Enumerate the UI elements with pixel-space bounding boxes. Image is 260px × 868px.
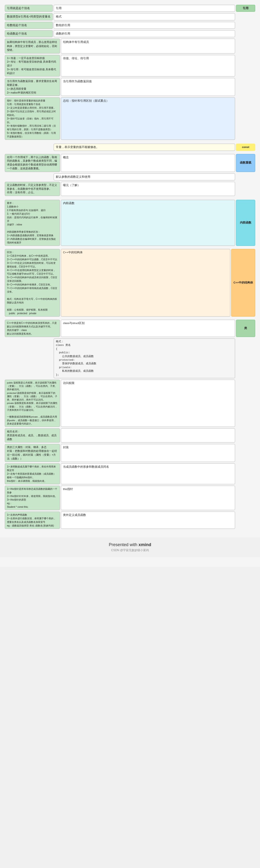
right-const: const [236,144,255,151]
left-inline: 要求：1.函数体小2.不能有类似的语句 比如循环、递归3. 一般代码不超过5行目… [5,200,60,246]
spacer-class-7r [236,486,255,510]
left-class-1: C++中类是有C++中的结构体演变而来的，只是默认访问权限和继承方式以及关键字不… [5,320,60,337]
spacer-class-8r [236,512,255,529]
quote-rows: 引用就是起个别名 引用 引用 数据类型&引用名=同类型的变量名 格式 给数组起个… [5,5,255,141]
row-quote-8: 指针：指针是保存变量的地址的变量引用：引用就是给变量取个别名1> 定义时是是需要… [5,97,255,140]
spacer-overload-3r [236,182,255,196]
left-quote-8: 指针：指针是保存变量的地址的变量引用：引用就是给变量取个别名1> 定义时是是需要… [5,97,60,140]
overload-rows: 在同一个作用域下，两个以上的函数，取相同的函数名，其参数个数或者类型不同，编译器… [5,154,255,197]
spacer-class-4r [236,428,255,442]
section-const: 常量，表示变量的值不能被修改。 const [5,144,255,151]
right-label-quote: 引用 [236,5,255,12]
spacer-class-5r [236,444,255,462]
left-quote-3: 给数组起个别名 [5,22,53,29]
left-quote-5: 如果结构体中有引用成员，那么使用这样结构体，类型定义变量时，必须初始化，否则报错… [5,39,60,54]
left-struct: 区别： 1> C语言中结构体，在C++中依然适用。 2> C++中的结构体中可以… [5,249,60,317]
section-struct: 区别： 1> C语言中结构体，在C++中依然适用。 2> C++中的结构体中可以… [5,249,255,317]
mindmap: 引用就是起个别名 引用 引用 数据类型&引用名=同类型的变量名 格式 给数组起个… [0,2,260,533]
row-quote-2: 数据类型&引用名=同类型的变量名 格式 [5,13,255,20]
row-overload-3: 定义函数的时候，只定义形参类型，不定义形参名，在函数体中也不使用该形参。作用：没… [5,182,255,196]
row-overload-1: 在同一个作用域下，两个以上的函数，取相同的函数名，其参数个数或者类型不同，编译器… [5,154,255,172]
center-class-7: this指针 [61,486,235,510]
left-quote-7: 当引用作为函数返回值，要求变量的生命周期要足够。1> 静态局部变量2> mall… [5,78,60,96]
center-class-8: 类外定义成员函数 [61,512,235,529]
spacer-const-left [5,144,53,151]
row-class-7: 1> this指针是所有非静态成员函数的隐藏的一个形参2> this指针针对本身… [5,486,255,510]
row-overload-2: 默认参数的函数定义和使用 [5,174,255,180]
left-class-4: 相关名词：类里面有成员名、成员、...数据成员、成员函数 [5,428,60,442]
right-class: 类 [236,320,255,337]
spacer-quote-7 [236,78,255,96]
row-class-3: public 该权限是公共权限，表示该权限下的属性（变量）、方法（函数），可以在… [5,380,255,427]
spacer-quote-3 [236,22,255,29]
center-quote-8: 总结：指针和引用区别（面试重点） [61,97,235,140]
center-overload-1: 概念 [61,154,235,172]
section-class: C++中类是有C++中的结构体演变而来的，只是默认访问权限和继承方式以及关键字不… [5,320,255,530]
spacer-class-2l [5,338,53,378]
footer-text1: Presented with [109,542,138,547]
center-quote-4: 函数的引用 [54,30,235,37]
row-quote-5: 如果结构体中有引用成员，那么使用这样结构体，类型定义变量时，必须初始化，否则报错… [5,39,255,54]
right-inline: 内联函数 [236,200,255,246]
center-quote-3: 数组的引用 [54,22,235,29]
left-quote-6: 1> 传递：一定不会改变目标的值2> 传址：有可能改变目标的值 具体看代码设计3… [5,55,60,77]
right-struct: C++中的结构体 [231,249,255,317]
row-class-2: 格式： class 类名 { public: 公共的数据成员、成员函数 prot… [5,338,255,378]
spacer-class-2r [236,338,255,378]
center-quote-7: 当引用作为函数返回值 [61,78,235,96]
row-quote-1: 引用就是起个别名 引用 引用 [5,5,255,12]
row-quote-6: 1> 传递：一定不会改变目标的值2> 传址：有可能改变目标的值 具体看代码设计3… [5,55,255,77]
spacer-quote-6 [236,55,255,77]
left-class-7: 1> this指针是所有非静态成员函数的隐藏的一个形参2> this指针针对本身… [5,486,60,510]
center-class-2: 格式： class 类名 { public: 公共的数据成员、成员函数 prot… [54,338,235,378]
center-overload-3: 哑元（了解） [61,182,235,196]
center-class-4 [61,428,235,442]
center-class-5: 封装 [61,444,235,462]
left-class-8: 1> 在类内声明函数2> 在类外进行函数实现，表明属于哪个类的，需要在类名以及成… [5,512,60,529]
left-class-3: public 该权限是公共权限，表示该权限下的属性（变量）、方法（函数），可以在… [5,380,60,427]
spacer-quote-4 [236,30,255,37]
spacer-quote-5 [236,39,255,54]
row-quote-7: 当引用作为函数返回值，要求变量的生命周期要足够。1> 静态局部变量2> mall… [5,78,255,96]
left-class-6: 1> 表明数据成员属于哪个类的，类名作用用来限定符2> 在每个类里面的普通成员函… [5,463,60,484]
left-overload-3: 定义函数的时候，只定义形参类型，不定义形参名，在函数体中也不使用该形参。作用：没… [5,182,60,196]
footer-credit: CSDN @宇宙无敌妙级小菜鸡 [111,549,149,552]
section-inline: 要求：1.函数体小2.不能有类似的语句 比如循环、递归3. 一般代码不超过5行目… [5,200,255,246]
row-class-6: 1> 表明数据成员属于哪个类的，类名作用用来限定符2> 在每个类里面的普通成员函… [5,463,255,484]
spacer-class-3r [236,380,255,427]
center-quote-2: 格式 [54,13,235,20]
spacer-class-6r [236,463,255,484]
center-quote-6: 传值、传址、传引用 [61,55,235,77]
row-class-8: 1> 在类内声明函数2> 在类外进行函数实现，表明属于哪个类的，需要在类名以及成… [5,512,255,529]
center-quote-5: 结构体中有引用成员 [61,39,235,54]
footer: Presented with xmind CSDN @宇宙无敌妙级小菜鸡 [0,537,260,557]
center-class-1: class与struct区别 [61,320,235,337]
spacer-quote-2 [236,13,255,20]
page-wrapper: 引用就是起个别名 引用 引用 数据类型&引用名=同类型的变量名 格式 给数组起个… [0,0,260,567]
spacer-overload-2r [236,174,255,180]
row-quote-4: 给函数起个别名 函数的引用 [5,30,255,37]
section-quote: 引用就是起个别名 引用 引用 数据类型&引用名=同类型的变量名 格式 给数组起个… [5,5,255,141]
center-class-3: 访问权限 [61,380,235,427]
row-class-4: 相关名词：类里面有成员名、成员、...数据成员、成员函数 [5,428,255,442]
row-class-1: C++中类是有C++中的结构体演变而来的，只是默认访问权限和继承方式以及关键字不… [5,320,255,337]
left-quote-4: 给函数起个别名 [5,30,53,37]
left-quote-2: 数据类型&引用名=同类型的变量名 [5,13,53,20]
left-overload-1: 在同一个作用域下，两个以上的函数，取相同的函数名，其参数个数或者类型不同，编译器… [5,154,60,172]
spacer-quote-8 [236,97,255,140]
section-overload: 在同一个作用域下，两个以上的函数，取相同的函数名，其参数个数或者类型不同，编译器… [5,154,255,197]
left-class-5: 类的三大属性：封装、继承、多态封装：把数据和对数据的处理都放在一起经过一段过程，… [5,444,60,462]
center-quote-1: 引用 [54,5,235,12]
center-struct: C++中的结构体 [61,249,230,317]
spacer-overload-2 [5,174,53,180]
row-class-5: 类的三大属性：封装、继承、多态封装：把数据和对数据的处理都放在一起经过一段过程，… [5,444,255,462]
left-quote-1: 引用就是起个别名 [5,5,53,12]
row-quote-3: 给数组起个别名 数组的引用 [5,22,255,29]
center-overload-2: 默认参数的函数定义和使用 [54,174,235,180]
center-const: 常量，表示变量的值不能被修改。 [54,144,235,151]
center-inline: 内联函数 [61,200,235,246]
right-overload: 函数重载 [236,154,255,172]
footer-text2: xmind [138,542,151,547]
class-rows: C++中类是有C++中的结构体演变而来的，只是默认访问权限和继承方式以及关键字不… [5,320,255,530]
center-class-6: 当成员函数中的形参和数据成员同名 [61,463,235,484]
